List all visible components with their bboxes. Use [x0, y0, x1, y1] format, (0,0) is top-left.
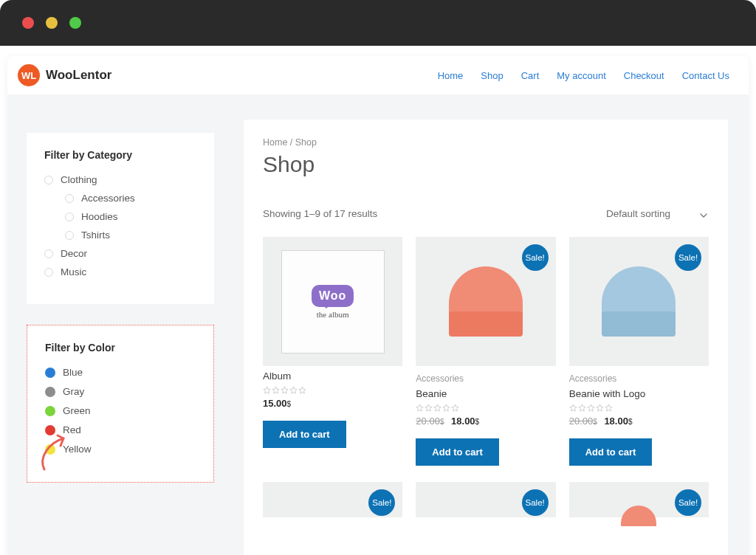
product-card[interactable]: Woo the album Album [263, 237, 402, 466]
window-minimize-icon[interactable] [46, 17, 58, 29]
filter-category-title: Filter by Category [44, 149, 196, 161]
window-maximize-icon[interactable] [69, 17, 81, 29]
beanie-icon [602, 266, 676, 337]
color-option-blue[interactable]: Blue [45, 367, 196, 378]
product-card[interactable]: Sale! Accessories Beanie with Logo [569, 237, 709, 466]
product-thumb: Sale! [416, 237, 555, 366]
filter-category-widget: Filter by Category Clothing Accessories … [27, 133, 214, 304]
page-title: Shop [263, 152, 709, 177]
product-category: Accessories [416, 373, 555, 384]
color-option-green[interactable]: Green [45, 405, 196, 416]
radio-icon [65, 213, 74, 221]
nav-item-cart[interactable]: Cart [521, 70, 540, 81]
sale-badge: Sale! [368, 489, 395, 516]
category-option-tshirts[interactable]: Tshirts [65, 230, 196, 241]
radio-icon [65, 194, 74, 203]
viewport: WL WooLentor Home Shop Cart My account C… [7, 56, 749, 555]
sale-badge: Sale! [675, 489, 701, 516]
window-close-icon[interactable] [22, 17, 34, 29]
category-option-decor[interactable]: Decor [44, 248, 196, 259]
swatch-icon [45, 368, 55, 378]
browser-titlebar [0, 0, 756, 46]
product-card[interactable]: Sale! [569, 482, 709, 517]
color-option-gray[interactable]: Gray [45, 386, 196, 397]
nav-item-checkout[interactable]: Checkout [624, 70, 664, 81]
product-price: 20.00$ 18.00$ [569, 416, 709, 427]
brand-logo[interactable]: WL WooLentor [18, 64, 111, 86]
radio-icon [44, 249, 53, 258]
category-option-music[interactable]: Music [44, 266, 196, 278]
breadcrumb[interactable]: Home / Shop [263, 137, 709, 148]
rating-stars [569, 404, 709, 412]
product-price: 15.00$ [263, 398, 402, 409]
main-menu: Home Shop Cart My account Checkout Conta… [438, 70, 729, 81]
product-category: Accessories [569, 373, 709, 384]
category-option-accessories[interactable]: Accessories [65, 193, 196, 204]
swatch-icon [45, 387, 55, 397]
add-to-cart-button[interactable]: Add to cart [263, 421, 346, 448]
category-option-hoodies[interactable]: Hoodies [65, 211, 196, 222]
rating-stars [263, 386, 402, 394]
sale-badge: Sale! [522, 244, 549, 271]
product-thumb: Sale! [569, 237, 709, 366]
product-name: Beanie with Logo [569, 388, 709, 399]
add-to-cart-button[interactable]: Add to cart [416, 438, 499, 466]
product-card[interactable]: Sale! Accessories Beanie 20. [416, 237, 555, 466]
product-price: 20.00$ 18.00$ [416, 416, 555, 427]
product-card[interactable]: Sale! [416, 482, 555, 517]
brand-name: WooLentor [46, 68, 111, 83]
sale-badge: Sale! [522, 489, 549, 516]
product-name: Beanie [416, 388, 555, 399]
radio-icon [44, 268, 53, 277]
album-art-icon: Woo the album [281, 250, 385, 354]
product-thumb: Woo the album [263, 237, 402, 366]
result-count: Showing 1–9 of 17 results [263, 208, 377, 219]
swatch-icon [45, 406, 55, 416]
product-card[interactable]: Sale! [263, 482, 402, 517]
add-to-cart-button[interactable]: Add to cart [569, 438, 653, 466]
chevron-down-icon [700, 210, 707, 218]
nav-item-shop[interactable]: Shop [481, 70, 503, 81]
beanie-icon [449, 266, 523, 337]
rating-stars [416, 404, 555, 412]
shop-content: Home / Shop Shop Showing 1–9 of 17 resul… [244, 120, 728, 555]
radio-icon [65, 231, 74, 240]
nav-item-home[interactable]: Home [438, 70, 464, 81]
sort-select[interactable]: Default sorting [605, 204, 709, 224]
product-name: Album [263, 370, 402, 382]
nav-item-contact[interactable]: Contact Us [682, 70, 729, 81]
annotation-arrow-icon [35, 431, 69, 475]
sale-badge: Sale! [675, 244, 701, 271]
radio-icon [44, 176, 53, 185]
category-option-clothing[interactable]: Clothing [44, 174, 196, 185]
filter-color-title: Filter by Color [45, 342, 196, 354]
brand-mark-icon: WL [18, 64, 40, 86]
nav-item-myaccount[interactable]: My account [557, 70, 605, 81]
top-nav: WL WooLentor Home Shop Cart My account C… [7, 56, 749, 94]
sort-selected-label: Default sorting [606, 208, 670, 219]
